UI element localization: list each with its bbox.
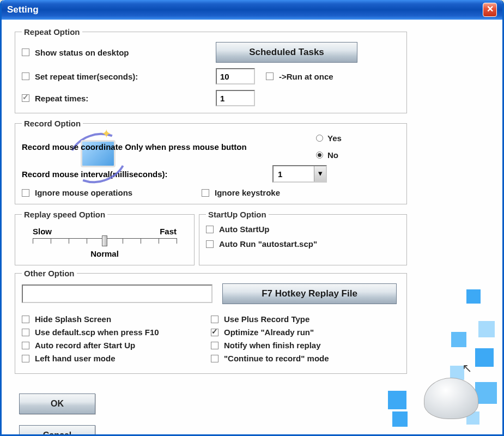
other-option-group: Other Option F7 Hotkey Replay File Hide … [15,269,407,374]
optimize-already-label: Optimize "Already run" [224,328,314,337]
repeat-times-input[interactable] [216,90,255,106]
record-option-group: Record Option ✦ Record mouse coordinate … [15,119,407,204]
replay-speed-slider[interactable] [33,238,177,248]
repeat-times-checkbox[interactable] [22,94,29,102]
slow-label: Slow [33,227,52,236]
auto-record-start-checkbox[interactable] [22,342,29,349]
ignore-mouse-label: Ignore mouse operations [35,188,202,197]
show-status-label: Show status on desktop [35,48,216,57]
startup-legend: StartUp Option [206,210,269,219]
ignore-keys-label: Ignore keystroke [215,188,280,197]
scheduled-tasks-button[interactable]: Scheduled Tasks [216,42,357,63]
f7-hotkey-button[interactable]: F7 Hotkey Replay File [222,283,397,304]
ignore-mouse-checkbox[interactable] [22,189,29,197]
continue-record-label: "Continue to record" mode [224,354,329,363]
notify-finish-checkbox[interactable] [211,342,218,349]
coord-no-radio[interactable] [316,152,323,159]
left-hand-label: Left hand user mode [35,354,116,363]
settings-window: Setting ✕ Repeat Option Show status on d… [0,0,504,436]
continue-record-checkbox[interactable] [211,355,218,362]
close-icon: ✕ [487,4,494,14]
optimize-already-checkbox[interactable] [211,329,218,336]
cancel-button[interactable]: Cancel [19,425,95,436]
timer-input[interactable] [216,68,255,84]
startup-option-group: StartUp Option Auto StartUp Auto Run "au… [199,210,407,265]
run-at-once-label: ->Run at once [279,72,333,81]
coord-no-label: No [327,150,338,160]
titlebar[interactable]: Setting ✕ [2,0,502,20]
repeat-option-group: Repeat Option Show status on desktop Sch… [15,27,407,113]
auto-run-label: Auto Run "autostart.scp" [219,239,317,249]
record-interval-label: Record mouse interval(milliseconds): [22,169,272,179]
replay-legend: Replay speed Option [22,210,107,219]
client-area: Repeat Option Show status on desktop Sch… [2,20,502,434]
other-legend: Other Option [22,269,77,278]
hotkey-file-input[interactable] [22,284,212,303]
record-coord-label: Record mouse coordinate Only when press … [22,142,316,152]
record-legend: Record Option [22,119,83,128]
repeat-times-label: Repeat times: [35,94,216,103]
coord-yes-label: Yes [327,134,342,143]
ignore-keys-checkbox[interactable] [202,189,209,197]
set-timer-label: Set repeat timer(seconds): [35,72,216,81]
show-status-checkbox[interactable] [22,49,29,56]
normal-label: Normal [33,249,177,258]
left-hand-checkbox[interactable] [22,355,29,362]
auto-startup-label: Auto StartUp [219,225,270,234]
record-interval-select[interactable]: 1 ▾ [272,165,327,183]
coord-yes-radio[interactable] [316,135,323,142]
repeat-legend: Repeat Option [22,27,82,37]
mouse-icon [424,378,478,419]
slider-thumb[interactable] [102,235,107,246]
use-default-f10-label: Use default.scp when press F10 [35,328,159,337]
replay-speed-group: Replay speed Option Slow Fast [15,210,195,265]
hide-splash-label: Hide Splash Screen [35,314,111,324]
cursor-icon: ↖ [462,361,472,376]
hide-splash-checkbox[interactable] [22,316,29,323]
use-default-f10-checkbox[interactable] [22,329,29,336]
notify-finish-label: Notify when finish replay [224,341,321,350]
record-interval-value: 1 [278,169,282,179]
auto-run-checkbox[interactable] [206,240,214,248]
ok-button[interactable]: OK [19,393,95,414]
fast-label: Fast [160,227,177,236]
auto-startup-checkbox[interactable] [206,226,214,233]
plus-record-label: Use Plus Record Type [224,314,309,324]
close-button[interactable]: ✕ [483,3,497,17]
plus-record-checkbox[interactable] [211,316,218,323]
set-timer-checkbox[interactable] [22,72,29,80]
auto-record-start-label: Auto record after Start Up [35,341,135,350]
chevron-down-icon: ▾ [314,166,326,181]
run-at-once-checkbox[interactable] [266,72,274,80]
window-title: Setting [7,4,39,15]
